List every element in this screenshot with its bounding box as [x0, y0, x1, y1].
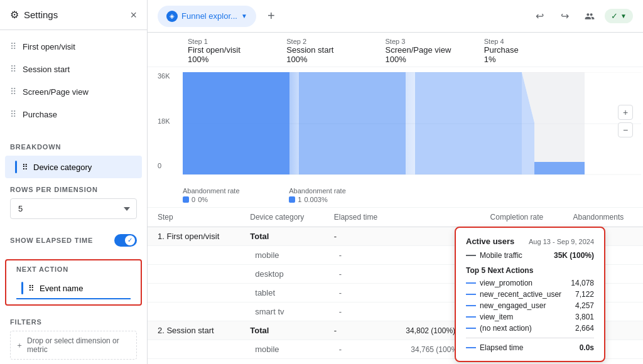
elapsed-total: -: [324, 227, 396, 246]
elapsed-time-toggle[interactable]: [114, 234, 137, 247]
tooltip-elapsed-row: Elapsed time 0.0s: [466, 343, 594, 352]
tab-label: Funnel explor...: [181, 11, 237, 21]
elapsed-label: SHOW ELAPSED TIME: [10, 237, 93, 244]
step-1-name: First open/visit: [188, 45, 286, 55]
zoom-out-button[interactable]: −: [618, 122, 633, 137]
funnel-chart: 36K 18K 0: [148, 67, 643, 183]
action-line: [466, 305, 476, 306]
step-4-number: Step 4: [484, 38, 583, 45]
step-2-label: 2. Session start: [148, 321, 240, 340]
action-line: [466, 282, 476, 284]
next-action-item[interactable]: ⠿ Event name: [16, 278, 131, 299]
step-4-pct: 1%: [484, 55, 583, 64]
action-value: 3,801: [575, 313, 594, 321]
device-total: Total: [240, 227, 323, 246]
abandon-color-1: [183, 196, 189, 203]
drag-icon: ⠿: [22, 163, 28, 172]
redo-button[interactable]: ↪: [554, 6, 575, 26]
breakdown-item[interactable]: ⠿ Device category: [5, 156, 142, 178]
mobile-value: 35K (100%): [554, 251, 594, 260]
step-3-pct: 100%: [386, 55, 484, 64]
rows-select[interactable]: 5 10 25: [10, 198, 137, 219]
tooltip-section-title: Top 5 Next Actions: [466, 266, 594, 275]
drag-icon: ⠿: [10, 41, 16, 51]
step-2-header: Step 2 Session start 100%: [286, 38, 385, 64]
step-2-number: Step 2: [286, 38, 385, 45]
abandon-color-2: [289, 196, 295, 203]
next-action-section: NEXT ACTION ⠿ Event name: [5, 259, 142, 306]
save-button[interactable]: ✓ ▼: [605, 9, 633, 23]
tooltip-title: Active users: [466, 237, 514, 246]
undo-button[interactable]: ↩: [529, 6, 549, 26]
step-2-name: Session start: [286, 45, 385, 55]
sidebar-title: ⚙ Settings: [10, 9, 58, 21]
step-1-header: Step 1 First open/visit 100%: [188, 38, 286, 64]
steps-section: ⠿ First open/visit ⠿ Session start ⠿ Scr…: [0, 30, 147, 131]
y-label-36k: 36K: [158, 72, 180, 80]
elapsed-line: [466, 347, 476, 348]
topbar: ◈ Funnel explor... ▼ + ↩ ↪ ✓ ▼: [148, 0, 643, 33]
filters-label: FILTERS: [10, 318, 137, 326]
tooltip-action-5: (no next action) 2,664: [466, 324, 594, 333]
mobile-label: Mobile traffic: [480, 251, 522, 260]
right-spacer: [583, 38, 633, 64]
step-4-name: Purchase: [484, 45, 583, 55]
sidebar-item-purchase[interactable]: ⠿ Purchase: [0, 103, 142, 126]
elapsed-value: 0.0s: [580, 343, 594, 352]
share-button[interactable]: [580, 6, 600, 26]
add-tab-button[interactable]: +: [261, 6, 281, 26]
drag-icon: ⠿: [10, 64, 16, 74]
funnel-icon: ◈: [166, 11, 178, 22]
sidebar-item-screen-page[interactable]: ⠿ Screen/Page view: [0, 80, 142, 103]
zoom-controls: + −: [618, 105, 633, 137]
zoom-in-button[interactable]: +: [618, 105, 633, 120]
data-table-container: Step Device category Elapsed time Comple…: [148, 208, 643, 359]
step-3-name: Screen/Page view: [386, 45, 484, 55]
drag-icon: ⠿: [28, 284, 35, 293]
action-label: view_item: [480, 313, 513, 321]
action-label: new_engaged_user: [480, 301, 546, 310]
rows-label: ROWS PER DIMENSION: [10, 186, 137, 193]
action-line: [466, 316, 476, 318]
action-value: 2,664: [575, 324, 594, 333]
gear-icon: ⚙: [10, 9, 19, 21]
close-icon[interactable]: ×: [130, 9, 137, 21]
svg-rect-5: [299, 72, 406, 174]
drag-icon: ⠿: [10, 109, 16, 119]
breakdown-bar: [15, 161, 17, 173]
step-1-pct: 100%: [188, 55, 286, 64]
sidebar-item-first-open[interactable]: ⠿ First open/visit: [0, 35, 142, 58]
sidebar-header: ⚙ Settings ×: [0, 0, 147, 30]
topbar-actions: ↩ ↪ ✓ ▼: [529, 6, 633, 26]
main-content: ◈ Funnel explor... ▼ + ↩ ↪ ✓ ▼ Step 1 Fi…: [148, 0, 643, 364]
svg-rect-9: [534, 162, 585, 174]
tooltip-action-4: view_item 3,801: [466, 313, 594, 321]
action-value: 7,122: [575, 290, 594, 299]
active-users-tooltip: Active users Aug 13 - Sep 9, 2024 Mobile…: [455, 227, 605, 362]
col-device: Device category: [240, 208, 323, 227]
action-line: [466, 294, 476, 295]
sidebar-item-session-start[interactable]: ⠿ Session start: [0, 58, 142, 80]
col-elapsed: Elapsed time: [324, 208, 396, 227]
action-value: 4,257: [575, 301, 594, 310]
filters-drop-zone[interactable]: ＋ Drop or select dimension or metric: [10, 331, 137, 360]
step-1-number: Step 1: [188, 38, 286, 45]
abandon-4: [502, 187, 608, 203]
steps-header: Step 1 First open/visit 100% Step 2 Sess…: [148, 33, 643, 67]
y-label-18k: 18K: [158, 117, 180, 125]
action-label: new_recent_active_user: [480, 290, 561, 299]
tooltip-date: Aug 13 - Sep 9, 2024: [529, 238, 594, 245]
action-label: (no next action): [480, 324, 532, 333]
svg-rect-4: [289, 72, 299, 174]
device-total-2: Total: [240, 321, 323, 340]
show-elapsed-time-section: SHOW ELAPSED TIME: [0, 229, 147, 252]
step-2-pct: 100%: [286, 55, 385, 64]
action-value: 14,078: [571, 279, 594, 287]
tooltip-action-3: new_engaged_user 4,257: [466, 301, 594, 310]
step-3-header: Step 3 Screen/Page view 100%: [386, 38, 484, 64]
check-icon: ✓: [611, 11, 618, 21]
funnel-tab[interactable]: ◈ Funnel explor... ▼: [158, 6, 256, 27]
svg-rect-6: [406, 72, 415, 174]
svg-rect-7: [415, 72, 522, 174]
col-abandonments: Abandonments: [563, 208, 643, 227]
